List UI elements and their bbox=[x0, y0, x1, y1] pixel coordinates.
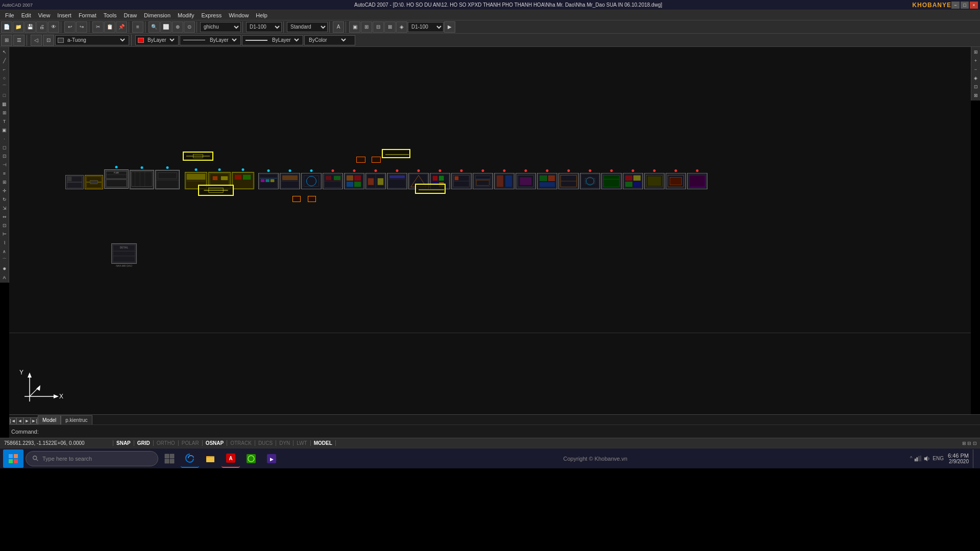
tool-move[interactable]: ✛ bbox=[1, 187, 9, 195]
menu-file[interactable]: File bbox=[2, 11, 17, 19]
save-button[interactable]: 💾 bbox=[24, 21, 36, 33]
tb-btn-b2[interactable]: ⊞ bbox=[361, 21, 372, 33]
tool-select[interactable]: ↖ bbox=[1, 48, 9, 56]
menu-insert[interactable]: Insert bbox=[54, 11, 75, 19]
sheet-thumb-10[interactable] bbox=[258, 173, 279, 189]
tb-btn-b3[interactable]: ⊟ bbox=[373, 21, 384, 33]
tab-nav-prev[interactable]: ◄ bbox=[16, 417, 23, 424]
tray-icon-up[interactable]: ^ bbox=[910, 456, 913, 461]
sheet-thumb-3[interactable]: PLAN bbox=[104, 169, 129, 189]
menu-modify[interactable]: Modify bbox=[175, 11, 197, 19]
matchprop-button[interactable]: ≡ bbox=[132, 21, 143, 33]
layer-manager-button[interactable]: ⊞ bbox=[1, 35, 12, 46]
sheet-thumb-21[interactable] bbox=[494, 173, 514, 189]
status-dyn[interactable]: DYN bbox=[276, 440, 293, 446]
tool-annotate[interactable]: A bbox=[1, 273, 9, 282]
undo-button[interactable]: ↩ bbox=[64, 21, 76, 33]
tool-array[interactable]: ⊞ bbox=[1, 178, 9, 186]
zoom-scale-button[interactable]: ⊕ bbox=[172, 21, 183, 33]
tab-pkientruc[interactable]: p.kientruc bbox=[61, 415, 92, 424]
maximize-button[interactable]: □ bbox=[961, 2, 969, 9]
network-icon[interactable] bbox=[914, 455, 921, 462]
tab-nav-next[interactable]: ► bbox=[23, 417, 31, 424]
tool-trim[interactable]: ⊡ bbox=[1, 221, 9, 230]
sheet-thumb-29[interactable] bbox=[666, 173, 686, 189]
right-btn-3[interactable]: − bbox=[972, 65, 980, 73]
status-snap[interactable]: SNAP bbox=[113, 440, 134, 446]
tool-circle[interactable]: ○ bbox=[1, 74, 9, 82]
lineweight-dropdown[interactable]: ByLayer bbox=[270, 37, 301, 43]
sheet-thumb-19[interactable] bbox=[451, 173, 472, 189]
copy-button[interactable]: 📋 bbox=[104, 21, 115, 33]
paste-button[interactable]: 📌 bbox=[116, 21, 127, 33]
tool-arc[interactable]: ⌒ bbox=[1, 83, 9, 91]
menu-window[interactable]: Window bbox=[226, 11, 252, 19]
tb-btn-b5[interactable]: ◈ bbox=[396, 21, 407, 33]
tb-btn-b4[interactable]: ⊠ bbox=[384, 21, 396, 33]
tab-model[interactable]: Model bbox=[38, 415, 61, 424]
sheet-thumb-13[interactable] bbox=[323, 173, 343, 189]
sheet-thumb-14[interactable] bbox=[344, 173, 364, 189]
layer-state-button[interactable]: ☰ bbox=[13, 35, 24, 46]
layer-prev-button[interactable]: ◁ bbox=[31, 35, 42, 46]
taskbar-task-view[interactable] bbox=[160, 449, 179, 468]
menu-express[interactable]: Express bbox=[198, 11, 225, 19]
open-button[interactable]: 📁 bbox=[13, 21, 24, 33]
print-preview-button[interactable]: 👁 bbox=[48, 21, 59, 33]
status-osnap[interactable]: OSNAP bbox=[203, 440, 228, 446]
status-ortho[interactable]: ORTHO bbox=[154, 440, 179, 446]
tab-nav-last[interactable]: ►| bbox=[31, 417, 38, 424]
tool-fillet[interactable]: ⌒ bbox=[1, 256, 9, 264]
status-lwt[interactable]: LWT bbox=[293, 440, 310, 446]
menu-edit[interactable]: Edit bbox=[18, 11, 34, 19]
sheet-thumb-11[interactable] bbox=[280, 173, 300, 189]
sheet-thumb-30[interactable] bbox=[687, 173, 707, 189]
right-btn-4[interactable]: ◈ bbox=[972, 74, 980, 82]
sheet-thumb-12[interactable] bbox=[301, 173, 322, 189]
sheet-thumb-20[interactable] bbox=[473, 173, 493, 189]
sheet-thumb-25[interactable] bbox=[580, 173, 600, 189]
sheet-below-thumb-1[interactable]: DETAIL bbox=[111, 243, 137, 264]
tool-break[interactable]: ⌇ bbox=[1, 239, 9, 247]
lineweight-selector[interactable]: ByLayer bbox=[242, 35, 303, 45]
sheet-thumb-24[interactable] bbox=[558, 173, 579, 189]
right-btn-2[interactable]: + bbox=[972, 57, 980, 65]
annotation-scale-dropdown[interactable]: D1-100 bbox=[246, 22, 282, 32]
zoom-window-button[interactable]: 🔍 bbox=[149, 21, 160, 33]
plotstyle-selector[interactable]: ByColor bbox=[304, 35, 355, 45]
tool-mirror[interactable]: ⊣ bbox=[1, 161, 9, 169]
tool-scale[interactable]: ⇲ bbox=[1, 204, 9, 212]
new-button[interactable]: 📄 bbox=[1, 21, 12, 33]
sheet-thumb-22[interactable] bbox=[516, 173, 536, 189]
taskbar-app-explorer[interactable] bbox=[201, 449, 219, 468]
menu-tools[interactable]: Tools bbox=[101, 11, 120, 19]
show-desktop-button[interactable] bbox=[973, 449, 977, 468]
sheet-thumb-28[interactable] bbox=[644, 173, 665, 189]
sheet-thumb-2[interactable] bbox=[85, 175, 103, 189]
sheet-thumb-27[interactable] bbox=[623, 173, 643, 189]
tool-extend[interactable]: ⊢ bbox=[1, 230, 9, 238]
right-btn-6[interactable]: ⊠ bbox=[972, 91, 980, 99]
sheet-thumb-26[interactable] bbox=[601, 173, 622, 189]
linetype-selector[interactable]: ByLayer bbox=[180, 35, 241, 45]
tool-line[interactable]: ╱ bbox=[1, 57, 9, 65]
menu-draw[interactable]: Draw bbox=[120, 11, 140, 19]
taskbar-app-edge[interactable] bbox=[181, 449, 199, 468]
taskbar-app-autocad[interactable]: A bbox=[222, 449, 240, 468]
sheet-thumb-8[interactable] bbox=[232, 172, 254, 189]
status-ducs[interactable]: DUCS bbox=[255, 440, 276, 446]
tab-nav-first[interactable]: |◄ bbox=[9, 417, 16, 424]
tool-erase[interactable]: ◻ bbox=[1, 143, 9, 152]
tool-explode[interactable]: ✸ bbox=[1, 265, 9, 273]
layer-selector[interactable]: a-Tuong bbox=[55, 35, 129, 45]
taskbar-clock[interactable]: 6:46 PM 2/9/2020 bbox=[948, 453, 969, 464]
close-button[interactable]: × bbox=[970, 2, 978, 9]
sheet-thumb-16[interactable] bbox=[387, 173, 407, 189]
command-input[interactable] bbox=[41, 429, 978, 435]
print-button[interactable]: 🖨 bbox=[36, 21, 47, 33]
tool-hatch[interactable]: ▦ bbox=[1, 100, 9, 108]
right-btn-5[interactable]: ⊡ bbox=[972, 83, 980, 91]
tb-btn-end[interactable]: ▶ bbox=[444, 21, 455, 33]
tool-rotate[interactable]: ↻ bbox=[1, 195, 9, 204]
status-otrack[interactable]: OTRACK bbox=[227, 440, 255, 446]
